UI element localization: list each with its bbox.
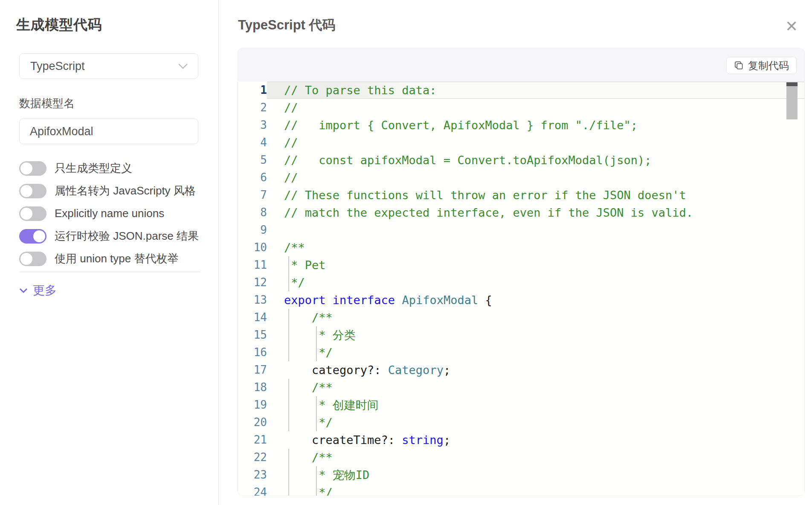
more-link[interactable]: 更多 [19, 282, 57, 299]
code-line-content: // match the expected interface, even if… [267, 204, 804, 221]
code-line: 6// [238, 169, 804, 186]
toggle-runtime-json-check[interactable] [19, 229, 46, 244]
vertical-scrollbar[interactable] [786, 82, 798, 494]
code-token: { [478, 293, 492, 307]
more-link-label: 更多 [33, 282, 57, 299]
sidebar: 生成模型代码 TypeScript 数据模型名 只生成类型定义属性名转为 Jav… [0, 0, 219, 505]
code-token: Category [388, 363, 444, 377]
language-select-value: TypeScript [30, 60, 85, 73]
line-number: 10 [238, 239, 267, 256]
line-number: 14 [238, 309, 267, 326]
line-number: 15 [238, 326, 267, 344]
toggle-label: Explicitly name unions [55, 207, 164, 220]
line-number: 6 [238, 169, 267, 186]
code-line-content [267, 221, 804, 239]
code-token: /** [284, 241, 305, 254]
indent-guide [288, 274, 289, 291]
code-token: * 宠物ID [284, 468, 369, 482]
panel-title: TypeScript 代码 [238, 16, 336, 34]
code-token: string [402, 433, 444, 447]
code-line: 1// To parse this data: [238, 81, 804, 99]
toggle-union-type-enums[interactable] [19, 252, 46, 266]
toggle-row: 只生成类型定义 [19, 157, 207, 180]
line-number: 9 [238, 221, 267, 239]
line-number: 2 [238, 99, 267, 116]
language-select[interactable]: TypeScript [19, 53, 198, 79]
code-line-content: * 宠物ID [267, 466, 804, 484]
toggle-row: 使用 union type 替代枚举 [19, 247, 207, 270]
code-line: 13export interface ApifoxModal { [238, 291, 804, 309]
code-token: // import { Convert, ApifoxModal } from … [284, 119, 638, 132]
code-token: // match the expected interface, even if… [284, 206, 693, 219]
code-token: */ [284, 416, 333, 429]
line-number: 3 [238, 116, 267, 134]
toggle-explicitly-name-unions[interactable] [19, 206, 46, 221]
code-line-content: // const apifoxModal = Convert.toApifoxM… [267, 151, 804, 169]
toggle-label: 运行时校验 JSON.parse 结果 [55, 229, 199, 244]
toggle-knob [20, 253, 32, 265]
chevron-down-icon [19, 288, 28, 293]
code-token: * 创建时间 [284, 398, 379, 412]
code-line: 24 */ [238, 484, 804, 496]
code-token: */ [284, 276, 305, 289]
toggle-row: Explicitly name unions [19, 202, 207, 225]
code-token: /** [284, 311, 333, 324]
code-line: 22 /** [238, 449, 804, 466]
code-line: 9 [238, 221, 804, 239]
code-line-content: */ [267, 414, 804, 431]
code-line: 3// import { Convert, ApifoxModal } from… [238, 116, 804, 134]
model-name-input[interactable] [19, 119, 198, 144]
code-token: // To parse this data: [284, 84, 437, 97]
code-line: 8// match the expected interface, even i… [238, 204, 804, 221]
line-number: 19 [238, 396, 267, 414]
toggle-only-type-defs[interactable] [19, 161, 46, 176]
code-line-content: */ [267, 484, 804, 496]
code-line-content: /** [267, 449, 804, 466]
chevron-down-icon [177, 63, 188, 70]
toggle-knob [20, 208, 32, 220]
code-line: 7// These functions will throw an error … [238, 186, 804, 204]
line-number: 17 [238, 361, 267, 379]
line-number: 1 [238, 81, 267, 99]
code-token: */ [284, 486, 333, 496]
code-token: /** [284, 381, 333, 394]
code-line: 12 */ [238, 274, 804, 291]
code-token: // [284, 171, 298, 184]
page-title: 生成模型代码 [16, 15, 102, 35]
toggle-knob [20, 163, 32, 174]
toggle-knob [33, 230, 45, 242]
scrollbar-thumb[interactable] [786, 86, 798, 119]
line-number: 21 [238, 431, 267, 449]
indent-guide [288, 379, 289, 396]
code-token: /** [284, 451, 333, 464]
code-line: 10/** [238, 239, 804, 256]
code-line-content: export interface ApifoxModal { [267, 291, 804, 309]
indent-guide [316, 396, 317, 414]
code-line-content: * 创建时间 [267, 396, 804, 414]
code-line-content: /** [267, 239, 804, 256]
code-preview-panel: TypeScript 代码 ✕ 复制代码 1// To parse this d… [219, 0, 812, 505]
code-token: ; [444, 363, 450, 377]
code-line: 14 /** [238, 309, 804, 326]
code-token [395, 293, 402, 307]
code-line-content: // [267, 134, 804, 151]
code-token: * 分类 [284, 328, 356, 342]
scrollbar-cap [786, 82, 798, 86]
indent-guide [288, 466, 289, 484]
code-token: // const apifoxModal = Convert.toApifoxM… [284, 154, 652, 167]
close-button[interactable]: ✕ [780, 15, 803, 38]
line-number: 23 [238, 466, 267, 484]
toggle-row: 运行时校验 JSON.parse 结果 [19, 225, 207, 247]
indent-guide [316, 484, 317, 496]
code-line: 2// [238, 99, 804, 116]
indent-guide [316, 326, 317, 344]
indent-guide [288, 309, 289, 326]
line-number: 8 [238, 204, 267, 221]
line-number: 11 [238, 256, 267, 274]
code-token: category?: [284, 363, 388, 377]
code-editor[interactable]: 1// To parse this data:2//3// import { C… [238, 81, 804, 496]
code-line-content: */ [267, 344, 804, 361]
toggle-javascripty-names[interactable] [19, 184, 46, 198]
code-line-content: /** [267, 379, 804, 396]
copy-code-button[interactable]: 复制代码 [726, 57, 797, 74]
